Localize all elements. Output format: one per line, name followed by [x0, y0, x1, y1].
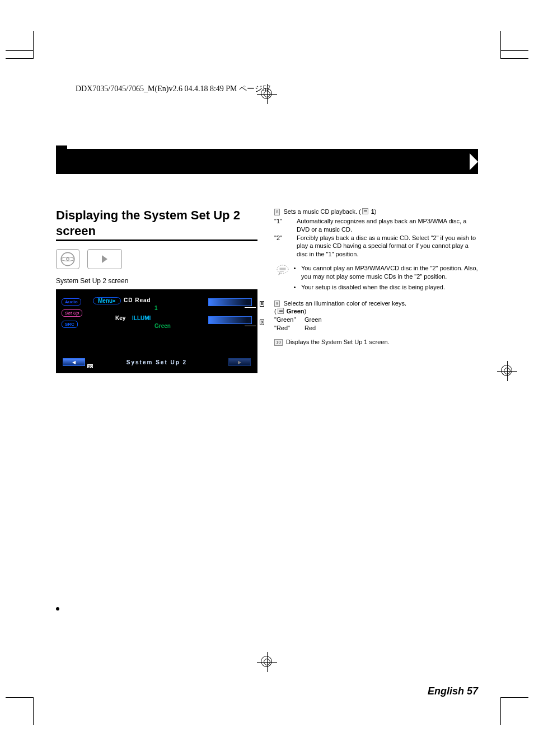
setup-tab: Set Up: [62, 309, 82, 317]
callout-8: 8: [260, 301, 264, 307]
item-10-text: Displays the System Set Up 1 screen.: [286, 339, 390, 345]
svg-point-2: [67, 258, 69, 261]
cd-read-value: 1: [154, 305, 158, 311]
opt-2-text: Forcibly plays back a disc as a music CD…: [297, 234, 478, 259]
pencil-icon: [278, 308, 284, 314]
section-title: Displaying the System Set Up 2 screen: [56, 208, 257, 241]
item-8-lead: Sets a music CD playback. (: [284, 208, 361, 215]
setup-screen: Audio Set Up SRC Menu« CD Read 1 Key ILL…: [56, 289, 257, 373]
next-page-button: [228, 358, 251, 366]
item-9-lead: Selects an illumination color of receive…: [284, 300, 406, 307]
registration-mark: [497, 361, 517, 381]
page-footer: English 57: [428, 685, 478, 697]
src-tab: SRC: [62, 321, 78, 328]
callout-9: 9: [260, 320, 264, 325]
item-9-default: Green: [287, 308, 305, 314]
print-header: DDX7035/7045/7065_M(En)v2.6 04.4.18 8:49…: [76, 84, 270, 94]
red-val: Red: [305, 324, 478, 332]
footer-page: 57: [467, 685, 478, 697]
item-10-block: 10 Displays the System Set Up 1 screen.: [274, 338, 478, 346]
callout-10: 10: [87, 364, 93, 369]
svg-point-3: [277, 265, 288, 274]
red-key: "Red": [274, 324, 301, 332]
pencil-icon: [362, 208, 368, 214]
crop-mark: [6, 697, 34, 725]
band-arrow-icon: [470, 153, 478, 170]
value-bar: [208, 316, 252, 324]
note-bullet: Your setup is disabled when the disc is …: [301, 283, 478, 292]
green-key: "Green": [274, 316, 301, 324]
key-label: Key: [115, 315, 125, 321]
play-icon: [87, 249, 122, 269]
cd-read-label: CD Read: [124, 297, 151, 303]
note-bullet: You cannot play an MP3/WMA/VCD disc in t…: [301, 264, 478, 281]
illumi-label: ILLUMI: [132, 315, 151, 321]
ref-num-8: 8: [274, 209, 280, 215]
opt-1-key: "1": [274, 217, 293, 234]
callout-leader: [245, 326, 256, 326]
menu-tab: Menu«: [93, 297, 121, 304]
screen-title: System Set Up 2: [88, 359, 225, 365]
item-8-tail: ): [374, 208, 377, 215]
screen-caption: System Set Up 2 screen: [56, 277, 257, 285]
ref-num-9: 9: [274, 300, 280, 307]
crop-mark: [500, 31, 528, 59]
note-icon: [277, 264, 289, 275]
crop-mark: [6, 31, 34, 59]
illumi-value: Green: [154, 323, 171, 329]
item-8-block: 8 Sets a music CD playback. ( 1) "1" Aut…: [274, 208, 478, 259]
callout-leader: [245, 307, 256, 308]
opt-2-key: "2": [274, 234, 293, 259]
footer-label: English: [428, 685, 464, 697]
prev-page-button: [63, 358, 85, 366]
crop-mark: [500, 697, 528, 725]
note-block: You cannot play an MP3/WMA/VCD disc in t…: [277, 264, 478, 294]
green-val: Green: [305, 316, 478, 324]
audio-tab: Audio: [62, 298, 81, 306]
svg-point-0: [61, 252, 74, 265]
heading-band: [56, 149, 478, 174]
ref-num-10: 10: [274, 339, 283, 346]
value-bar: [208, 298, 252, 306]
item-9-block: 9 Selects an illumination color of recei…: [274, 299, 478, 332]
opt-1-text: Automatically recognizes and plays back …: [297, 217, 478, 234]
disc-icon: [56, 249, 79, 269]
